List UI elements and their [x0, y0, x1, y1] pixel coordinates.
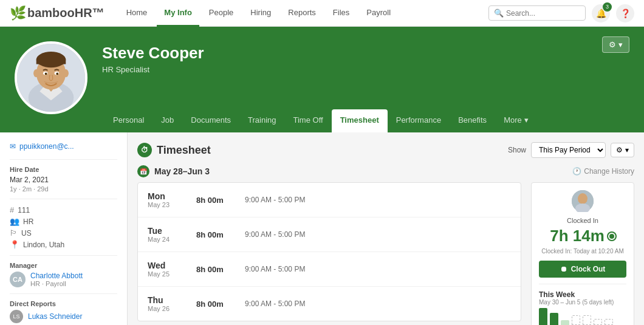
- tab-documents[interactable]: Documents: [182, 109, 239, 132]
- tab-time-off[interactable]: Time Off: [285, 109, 332, 132]
- avatar: [15, 41, 87, 114]
- week-bar-T2: T: [572, 315, 580, 325]
- help-button[interactable]: ❓: [616, 4, 634, 22]
- tab-training[interactable]: Training: [239, 109, 284, 132]
- change-history-button[interactable]: 🕐 Change History: [572, 167, 634, 176]
- clocked-in-label: Clocked In: [539, 217, 626, 224]
- top-nav: 🌿 bambooHR™ Home My Info People Hiring R…: [0, 0, 644, 27]
- tab-personal[interactable]: Personal: [104, 109, 152, 132]
- nav-reports[interactable]: Reports: [281, 0, 323, 27]
- clock-card: Clocked In 7h 14m Clocked In: Today at 1…: [531, 182, 634, 325]
- time-entry-row: Tue May 24 8h 00m 9:00 AM - 5:00 PM: [138, 217, 521, 252]
- time-range-2: 9:00 AM - 5:00 PM: [245, 265, 305, 273]
- location-value: Lindon, Utah: [23, 241, 64, 249]
- bar-S1: [594, 319, 602, 325]
- profile-name: Steve Cooper: [102, 44, 629, 63]
- dept-icon: 👥: [10, 217, 19, 226]
- clock-time: 7h 14m: [539, 227, 626, 245]
- show-row: Show This Pay Period ⚙ ▾: [508, 142, 634, 158]
- day-col-0: Mon May 23: [148, 191, 196, 208]
- nav-payroll[interactable]: Payroll: [359, 0, 398, 27]
- clock-out-button[interactable]: ⏺ Clock Out: [539, 261, 626, 278]
- tab-job[interactable]: Job: [152, 109, 182, 132]
- timesheet-settings-button[interactable]: ⚙ ▾: [611, 143, 634, 157]
- country-icon: 🏳: [10, 228, 18, 238]
- sub-nav: Personal Job Documents Training Time Off…: [104, 109, 644, 132]
- time-entry-row: Mon May 23 8h 00m 9:00 AM - 5:00 PM: [138, 183, 521, 217]
- timesheet-header: ⏱ Timesheet Show This Pay Period ⚙ ▾: [137, 142, 634, 158]
- clocked-in-detail: Clocked In: Today at 10:20 AM: [539, 248, 626, 255]
- day-name-3: Thu: [148, 295, 196, 305]
- search-icon: 🔍: [494, 9, 504, 18]
- settings-dropdown-icon: ▾: [625, 146, 629, 154]
- time-range-1: 9:00 AM - 5:00 PM: [245, 230, 305, 239]
- id-icon: #: [10, 205, 14, 214]
- week-bars: M T W: [539, 310, 626, 325]
- clock-avatar-svg: [572, 190, 594, 212]
- gear-button[interactable]: ⚙ ▾: [602, 36, 629, 53]
- hours-2: 8h 00m: [196, 265, 245, 274]
- tab-more[interactable]: More ▾: [495, 109, 537, 132]
- show-period-select[interactable]: This Pay Period: [531, 142, 606, 158]
- profile-info: Steve Cooper HR Specialist: [102, 36, 629, 74]
- sidebar: ✉ ppuikkonen@c... Hire Date Mar 2, 2021 …: [0, 132, 128, 325]
- location-row: 📍 Lindon, Utah: [10, 240, 117, 249]
- profile-actions: ⚙ ▾: [602, 36, 629, 53]
- week-bar-M: M: [539, 308, 547, 325]
- logo: 🌿 bambooHR™: [10, 5, 104, 21]
- dept-value: HR: [23, 217, 33, 226]
- email-icon: ✉: [10, 142, 16, 151]
- nav-people[interactable]: People: [202, 0, 241, 27]
- direct-report-row: LS Lukas Schneider: [10, 310, 117, 323]
- manager-row: CA Charlotte Abbott HR · Payroll: [10, 272, 117, 287]
- week-bar-F: F: [583, 315, 591, 325]
- hire-date-label: Hire Date: [10, 166, 117, 173]
- day-name-2: Wed: [148, 261, 196, 270]
- profile-title: HR Specialist: [102, 65, 629, 74]
- week-bar-W: W: [561, 320, 569, 325]
- tab-performance[interactable]: Performance: [388, 109, 450, 132]
- time-entries: Mon May 23 8h 00m 9:00 AM - 5:00 PM Tue …: [137, 182, 521, 321]
- main-content: ✉ ppuikkonen@c... Hire Date Mar 2, 2021 …: [0, 132, 644, 325]
- search-box[interactable]: 🔍: [488, 5, 586, 21]
- week-bar-T1: T: [550, 313, 558, 325]
- nav-right: 🔍 🔔 3 ❓: [488, 4, 634, 22]
- hours-3: 8h 00m: [196, 299, 245, 309]
- tab-timesheet[interactable]: Timesheet: [332, 109, 388, 132]
- clock-active-dot: [608, 233, 615, 240]
- notifications-button[interactable]: 🔔 3: [592, 4, 610, 22]
- timesheet-area: ⏱ Timesheet Show This Pay Period ⚙ ▾ 📅 M…: [128, 132, 644, 325]
- svg-point-12: [56, 73, 58, 75]
- timesheet-title: ⏱ Timesheet: [137, 143, 211, 157]
- nav-home[interactable]: Home: [119, 0, 155, 27]
- bar-S2: [605, 319, 613, 325]
- sidebar-email[interactable]: ✉ ppuikkonen@c...: [10, 142, 117, 151]
- hours-0: 8h 00m: [196, 196, 245, 205]
- tab-benefits[interactable]: Benefits: [450, 109, 495, 132]
- bar-T1: [550, 313, 558, 325]
- nav-hiring[interactable]: Hiring: [243, 0, 278, 27]
- nav-files[interactable]: Files: [326, 0, 357, 27]
- time-range-3: 9:00 AM - 5:00 PM: [245, 299, 305, 308]
- tenure-value: 1y · 2m · 29d: [10, 185, 117, 193]
- search-input[interactable]: [506, 9, 585, 18]
- dept-row: 👥 HR: [10, 217, 117, 226]
- entries-wrap: Mon May 23 8h 00m 9:00 AM - 5:00 PM Tue …: [137, 182, 521, 321]
- day-col-3: Thu May 26: [148, 295, 196, 312]
- svg-point-7: [33, 69, 39, 77]
- date-range: 📅 May 28–Jun 3: [137, 165, 210, 177]
- day-name-0: Mon: [148, 191, 196, 201]
- manager-dept: HR · Payroll: [30, 280, 83, 287]
- bar-W: [561, 320, 569, 325]
- show-label: Show: [508, 146, 526, 154]
- gear-icon: ⚙: [609, 40, 616, 49]
- direct-report-name[interactable]: Lukas Schneider: [28, 312, 82, 321]
- bar-T2: [572, 315, 580, 325]
- logo-leaf-icon: 🌿: [10, 5, 26, 21]
- week-dates: May 30 – Jun 5 (5 days left): [539, 299, 626, 306]
- manager-name[interactable]: Charlotte Abbott: [30, 272, 83, 280]
- clock-avatar: [572, 190, 594, 212]
- nav-myinfo[interactable]: My Info: [157, 0, 199, 27]
- week-bar-S2: S: [605, 319, 613, 325]
- nav-links: Home My Info People Hiring Reports Files…: [119, 0, 488, 27]
